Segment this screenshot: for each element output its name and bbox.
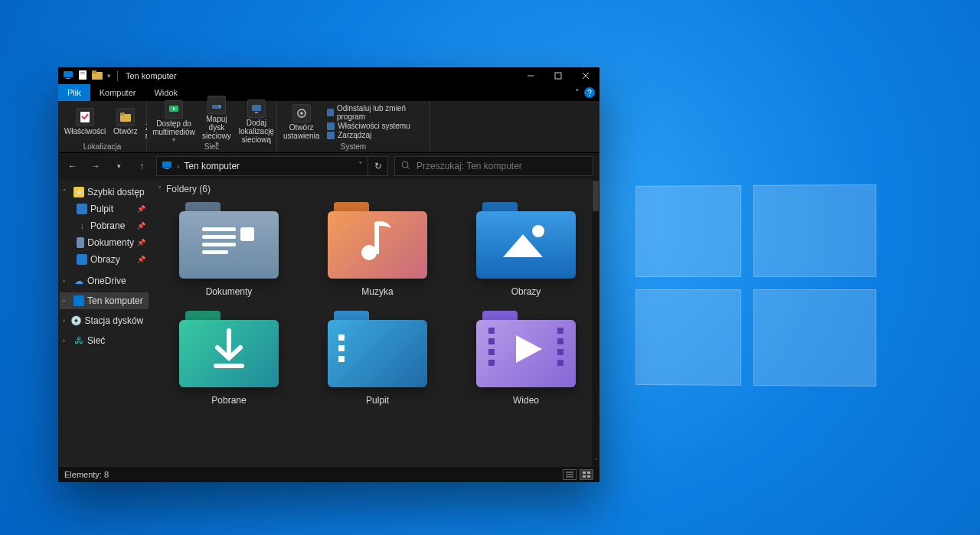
- svg-rect-40: [338, 345, 345, 351]
- svg-rect-49: [557, 360, 564, 366]
- svg-rect-13: [120, 113, 125, 116]
- svg-point-23: [300, 112, 303, 115]
- content-area: ˅ Foldery (6) Dokumenty: [150, 179, 599, 467]
- sidebar-siec[interactable]: ›🖧Sieć: [60, 332, 149, 349]
- file-explorer-window: ▾ Ten komputer Plik Komputer Widok ˄ ?: [58, 67, 599, 482]
- svg-rect-2: [79, 70, 87, 80]
- folder-muzyka[interactable]: Muzyka: [306, 202, 449, 297]
- ribbon-zarzadzaj-link[interactable]: Zarządzaj: [327, 131, 423, 139]
- sidebar-item-pobrane[interactable]: ↓Pobrane📌: [60, 217, 149, 234]
- ribbon-collapse-icon[interactable]: ˄: [575, 88, 580, 98]
- svg-rect-48: [557, 349, 564, 355]
- help-icon[interactable]: ?: [584, 87, 595, 98]
- ribbon-otworz-button[interactable]: Otwórz: [110, 106, 141, 137]
- sidebar-stacja-cd[interactable]: ›💿Stacja dysków CD (D:): [60, 312, 149, 329]
- tab-plik[interactable]: Plik: [58, 84, 90, 101]
- svg-rect-57: [587, 475, 590, 478]
- minimize-button[interactable]: [517, 67, 544, 84]
- folder-pulpit[interactable]: Pulpit: [306, 311, 449, 406]
- ribbon-wlasciwosci-systemu-link[interactable]: Właściwości systemu: [327, 122, 423, 130]
- scrollbar[interactable]: ˅: [592, 179, 599, 467]
- svg-rect-55: [587, 471, 590, 474]
- sidebar-item-obrazy[interactable]: Obrazy📌: [60, 251, 149, 268]
- windows-logo-watermark: [635, 184, 880, 390]
- svg-rect-32: [240, 227, 254, 241]
- svg-rect-56: [583, 475, 586, 478]
- refresh-button[interactable]: ↻: [368, 156, 388, 176]
- svg-rect-20: [252, 105, 261, 111]
- ribbon-wlasciwosci-button[interactable]: Właściwości: [61, 106, 109, 137]
- search-box[interactable]: [394, 156, 593, 176]
- folder-pobrane[interactable]: Pobrane: [158, 311, 300, 406]
- system-icon[interactable]: [63, 70, 74, 83]
- folder-label: Dokumenty: [206, 286, 253, 297]
- address-location: Ten komputer: [184, 161, 240, 171]
- svg-rect-4: [80, 73, 85, 74]
- view-details-button[interactable]: [563, 469, 577, 480]
- svg-rect-3: [80, 72, 85, 73]
- section-foldery-header[interactable]: ˅ Foldery (6): [150, 179, 599, 199]
- star-icon: ★: [74, 187, 84, 197]
- address-bar[interactable]: › Ten komputer ˅: [156, 156, 368, 176]
- titlebar[interactable]: ▾ Ten komputer: [58, 67, 599, 84]
- ribbon-dostep-multimediow-button[interactable]: Dostęp do multimediów ▾: [150, 99, 198, 145]
- address-dropdown-icon[interactable]: ˅: [358, 161, 363, 171]
- svg-rect-24: [162, 161, 172, 168]
- search-icon: [401, 161, 410, 172]
- folder-label: Pulpit: [366, 395, 389, 406]
- sidebar-ten-komputer[interactable]: ›Ten komputer: [60, 292, 149, 309]
- ribbon-otworz-ustawienia-button[interactable]: Otwórz ustawienia: [280, 103, 322, 142]
- svg-point-35: [532, 225, 544, 237]
- sidebar-item-dokumenty[interactable]: Dokumenty📌: [60, 234, 149, 251]
- folder-label: Pobrane: [211, 395, 246, 406]
- folder-obrazy[interactable]: Obrazy: [455, 202, 597, 297]
- tab-komputer[interactable]: Komputer: [90, 84, 145, 101]
- ribbon: Właściwości Otwórz Zmień nazwę Lokalizac…: [58, 101, 599, 153]
- quick-access-dropdown-icon[interactable]: ▾: [107, 72, 111, 80]
- ribbon-mapuj-dysk-button[interactable]: Mapuj dysk sieciowy ▾: [199, 94, 234, 149]
- svg-rect-42: [488, 328, 495, 334]
- network-icon: 🖧: [74, 335, 84, 346]
- quick-access-properties-icon[interactable]: [78, 70, 87, 83]
- svg-rect-6: [92, 70, 96, 73]
- svg-marker-36: [503, 234, 543, 257]
- desktop-background: ▾ Ten komputer Plik Komputer Widok ˄ ?: [0, 0, 980, 535]
- svg-point-26: [402, 161, 408, 168]
- svg-rect-41: [338, 356, 345, 362]
- ribbon-group-system-label: System: [277, 142, 430, 152]
- folder-wideo[interactable]: Wideo: [455, 311, 597, 406]
- svg-rect-29: [202, 235, 236, 239]
- svg-rect-30: [202, 243, 236, 246]
- computer-icon: [74, 295, 84, 306]
- nav-back-button[interactable]: ←: [64, 158, 81, 175]
- desktop-icon: [77, 204, 87, 214]
- search-input[interactable]: [416, 161, 586, 171]
- picture-icon: [77, 254, 87, 265]
- sidebar-onedrive[interactable]: ›☁OneDrive: [60, 272, 149, 289]
- nav-recent-dropdown[interactable]: ▾: [110, 158, 127, 175]
- scrollbar-thumb[interactable]: [593, 181, 599, 211]
- view-large-icons-button[interactable]: [580, 469, 593, 480]
- nav-forward-button[interactable]: →: [87, 158, 104, 175]
- svg-rect-46: [557, 328, 564, 334]
- ribbon-group-lokalizacja-label: Lokalizacja: [58, 142, 146, 152]
- quick-access-folder-icon[interactable]: [92, 70, 103, 82]
- svg-rect-43: [488, 338, 495, 344]
- folder-label: Wideo: [513, 395, 539, 406]
- disc-icon: 💿: [71, 315, 82, 326]
- maximize-button[interactable]: [544, 67, 572, 84]
- computer-icon: [162, 160, 172, 173]
- svg-rect-47: [557, 338, 564, 344]
- close-button[interactable]: [572, 67, 599, 84]
- svg-rect-31: [202, 250, 228, 254]
- sidebar-item-pulpit[interactable]: Pulpit📌: [60, 201, 149, 217]
- sidebar-quick-access[interactable]: ˅ ★ Szybki dostęp: [60, 184, 149, 201]
- svg-rect-45: [488, 360, 495, 366]
- svg-point-19: [219, 106, 220, 107]
- svg-marker-50: [516, 335, 542, 363]
- nav-up-button[interactable]: ↑: [133, 158, 150, 175]
- folder-dokumenty[interactable]: Dokumenty: [158, 202, 300, 297]
- ribbon-odinstaluj-link[interactable]: Odinstaluj lub zmień program: [327, 104, 423, 121]
- scroll-down-icon[interactable]: ˅: [592, 458, 599, 465]
- ribbon-dodaj-lokalizacje-button[interactable]: Dodaj lokalizację sieciową: [236, 98, 277, 145]
